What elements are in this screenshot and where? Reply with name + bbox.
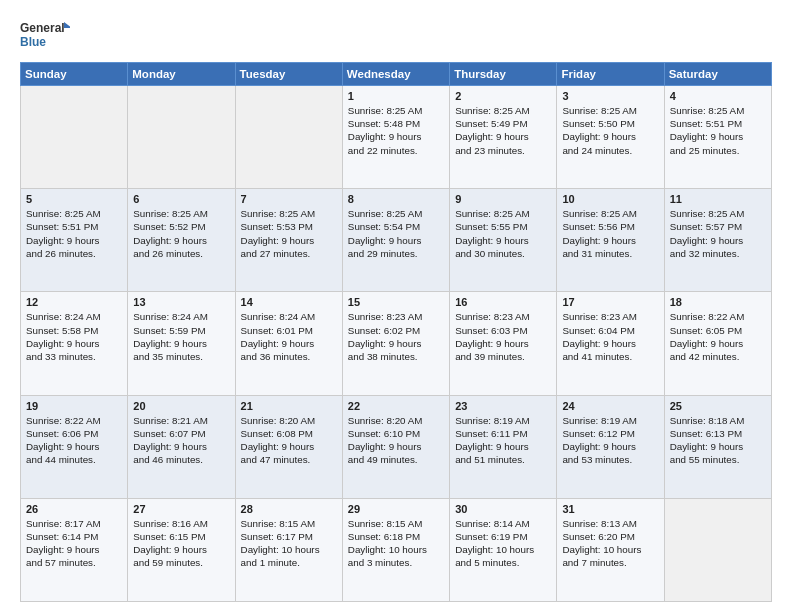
cell-info-line: Sunset: 5:55 PM	[455, 220, 551, 233]
calendar-cell: 5Sunrise: 8:25 AMSunset: 5:51 PMDaylight…	[21, 189, 128, 292]
cell-info-line: Daylight: 9 hours	[455, 440, 551, 453]
cell-info-line: Daylight: 10 hours	[562, 543, 658, 556]
cell-info-line: and 26 minutes.	[133, 247, 229, 260]
cell-info-line: Sunrise: 8:21 AM	[133, 414, 229, 427]
cell-info-line: Daylight: 9 hours	[670, 337, 766, 350]
day-number: 11	[670, 193, 766, 205]
weekday-header: Friday	[557, 63, 664, 86]
day-number: 2	[455, 90, 551, 102]
day-number: 25	[670, 400, 766, 412]
calendar-cell: 4Sunrise: 8:25 AMSunset: 5:51 PMDaylight…	[664, 86, 771, 189]
cell-info-line: Sunset: 5:53 PM	[241, 220, 337, 233]
cell-info-line: Sunrise: 8:25 AM	[455, 207, 551, 220]
calendar-cell: 20Sunrise: 8:21 AMSunset: 6:07 PMDayligh…	[128, 395, 235, 498]
cell-info-line: Sunset: 6:19 PM	[455, 530, 551, 543]
day-number: 29	[348, 503, 444, 515]
cell-info-line: Sunrise: 8:25 AM	[455, 104, 551, 117]
calendar-cell: 9Sunrise: 8:25 AMSunset: 5:55 PMDaylight…	[450, 189, 557, 292]
cell-info-line: and 36 minutes.	[241, 350, 337, 363]
cell-info-line: and 23 minutes.	[455, 144, 551, 157]
day-number: 12	[26, 296, 122, 308]
cell-info-line: Daylight: 9 hours	[562, 337, 658, 350]
weekday-header: Sunday	[21, 63, 128, 86]
cell-info-line: Daylight: 9 hours	[26, 543, 122, 556]
day-number: 3	[562, 90, 658, 102]
calendar-cell: 1Sunrise: 8:25 AMSunset: 5:48 PMDaylight…	[342, 86, 449, 189]
cell-info-line: Sunrise: 8:25 AM	[562, 207, 658, 220]
cell-info-line: and 29 minutes.	[348, 247, 444, 260]
cell-info-line: Sunset: 5:50 PM	[562, 117, 658, 130]
calendar-cell: 30Sunrise: 8:14 AMSunset: 6:19 PMDayligh…	[450, 498, 557, 601]
calendar-cell: 17Sunrise: 8:23 AMSunset: 6:04 PMDayligh…	[557, 292, 664, 395]
cell-info-line: Daylight: 9 hours	[241, 337, 337, 350]
calendar-week-row: 26Sunrise: 8:17 AMSunset: 6:14 PMDayligh…	[21, 498, 772, 601]
cell-info-line: Sunrise: 8:25 AM	[348, 207, 444, 220]
cell-info-line: Daylight: 9 hours	[26, 337, 122, 350]
day-number: 7	[241, 193, 337, 205]
calendar-cell	[664, 498, 771, 601]
cell-info-line: Sunset: 6:12 PM	[562, 427, 658, 440]
calendar-cell: 26Sunrise: 8:17 AMSunset: 6:14 PMDayligh…	[21, 498, 128, 601]
calendar-cell: 25Sunrise: 8:18 AMSunset: 6:13 PMDayligh…	[664, 395, 771, 498]
cell-info-line: Sunrise: 8:25 AM	[670, 104, 766, 117]
calendar-cell: 22Sunrise: 8:20 AMSunset: 6:10 PMDayligh…	[342, 395, 449, 498]
svg-text:General: General	[20, 21, 65, 35]
day-number: 31	[562, 503, 658, 515]
cell-info-line: and 55 minutes.	[670, 453, 766, 466]
cell-info-line: Daylight: 10 hours	[348, 543, 444, 556]
cell-info-line: Sunrise: 8:24 AM	[241, 310, 337, 323]
calendar-cell: 28Sunrise: 8:15 AMSunset: 6:17 PMDayligh…	[235, 498, 342, 601]
day-number: 20	[133, 400, 229, 412]
cell-info-line: Sunrise: 8:25 AM	[348, 104, 444, 117]
cell-info-line: Daylight: 9 hours	[455, 234, 551, 247]
cell-info-line: and 51 minutes.	[455, 453, 551, 466]
cell-info-line: and 7 minutes.	[562, 556, 658, 569]
cell-info-line: Sunset: 6:02 PM	[348, 324, 444, 337]
day-number: 28	[241, 503, 337, 515]
day-number: 16	[455, 296, 551, 308]
cell-info-line: Sunrise: 8:17 AM	[26, 517, 122, 530]
cell-info-line: Sunset: 6:17 PM	[241, 530, 337, 543]
cell-info-line: Daylight: 9 hours	[26, 440, 122, 453]
cell-info-line: and 30 minutes.	[455, 247, 551, 260]
cell-info-line: Daylight: 9 hours	[670, 130, 766, 143]
calendar-week-row: 19Sunrise: 8:22 AMSunset: 6:06 PMDayligh…	[21, 395, 772, 498]
cell-info-line: Daylight: 9 hours	[562, 234, 658, 247]
calendar-table: SundayMondayTuesdayWednesdayThursdayFrid…	[20, 62, 772, 602]
cell-info-line: Sunset: 6:07 PM	[133, 427, 229, 440]
cell-info-line: Daylight: 9 hours	[133, 440, 229, 453]
cell-info-line: Sunset: 6:04 PM	[562, 324, 658, 337]
day-number: 13	[133, 296, 229, 308]
svg-text:Blue: Blue	[20, 35, 46, 49]
cell-info-line: and 35 minutes.	[133, 350, 229, 363]
cell-info-line: Sunrise: 8:23 AM	[455, 310, 551, 323]
cell-info-line: Daylight: 9 hours	[133, 337, 229, 350]
cell-info-line: Sunrise: 8:22 AM	[26, 414, 122, 427]
cell-info-line: Sunset: 6:20 PM	[562, 530, 658, 543]
cell-info-line: Daylight: 9 hours	[455, 130, 551, 143]
day-number: 1	[348, 90, 444, 102]
calendar-cell: 12Sunrise: 8:24 AMSunset: 5:58 PMDayligh…	[21, 292, 128, 395]
cell-info-line: Daylight: 10 hours	[241, 543, 337, 556]
cell-info-line: and 53 minutes.	[562, 453, 658, 466]
weekday-row: SundayMondayTuesdayWednesdayThursdayFrid…	[21, 63, 772, 86]
day-number: 23	[455, 400, 551, 412]
calendar-cell: 13Sunrise: 8:24 AMSunset: 5:59 PMDayligh…	[128, 292, 235, 395]
logo-svg: General Blue	[20, 18, 70, 54]
cell-info-line: Sunset: 6:18 PM	[348, 530, 444, 543]
cell-info-line: Sunset: 5:48 PM	[348, 117, 444, 130]
calendar-week-row: 5Sunrise: 8:25 AMSunset: 5:51 PMDaylight…	[21, 189, 772, 292]
cell-info-line: Sunrise: 8:20 AM	[241, 414, 337, 427]
cell-info-line: Sunrise: 8:24 AM	[133, 310, 229, 323]
cell-info-line: Sunrise: 8:13 AM	[562, 517, 658, 530]
cell-info-line: Daylight: 9 hours	[133, 234, 229, 247]
cell-info-line: and 27 minutes.	[241, 247, 337, 260]
calendar-cell: 27Sunrise: 8:16 AMSunset: 6:15 PMDayligh…	[128, 498, 235, 601]
cell-info-line: and 32 minutes.	[670, 247, 766, 260]
day-number: 5	[26, 193, 122, 205]
day-number: 19	[26, 400, 122, 412]
calendar-cell: 7Sunrise: 8:25 AMSunset: 5:53 PMDaylight…	[235, 189, 342, 292]
cell-info-line: Sunrise: 8:23 AM	[348, 310, 444, 323]
logo: General Blue	[20, 18, 70, 54]
weekday-header: Wednesday	[342, 63, 449, 86]
